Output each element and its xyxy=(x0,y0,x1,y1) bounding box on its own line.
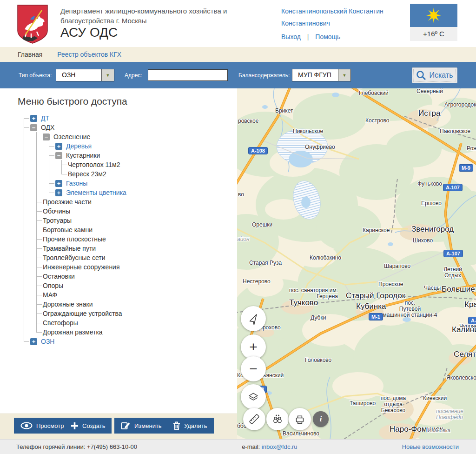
tree-item-label[interactable]: Тротуары xyxy=(43,217,72,224)
tree-item-label[interactable]: Прочие плоскостные xyxy=(43,235,106,243)
map-label: Брикет xyxy=(275,108,293,114)
map[interactable]: БрикетровскоеНикольскоеОнуфриевоГлебовск… xyxy=(237,88,476,439)
map-label: Головково xyxy=(305,357,331,363)
tree-item[interactable]: +Элементы цветника xyxy=(55,188,237,197)
search-button[interactable]: Искать xyxy=(412,67,457,83)
tree-item-label[interactable]: Вереск 23м2 xyxy=(68,170,106,178)
edit-button[interactable]: Изменить xyxy=(114,418,168,434)
layers-button[interactable] xyxy=(241,384,266,409)
info-button[interactable]: i xyxy=(313,411,329,427)
sun-icon xyxy=(423,5,444,26)
tree-item-label[interactable]: Инженерные сооружения xyxy=(43,263,120,271)
holder-select[interactable]: МУП ФГУП ▼ xyxy=(292,69,351,81)
tree-item[interactable]: Дорожные знаки xyxy=(43,300,237,309)
help-link[interactable]: Помощь xyxy=(315,33,340,40)
print-button[interactable] xyxy=(289,408,311,430)
tree-item[interactable]: Обочины xyxy=(43,207,237,216)
expand-toggle-icon[interactable]: + xyxy=(30,338,37,345)
tree-item[interactable]: Светофоры xyxy=(43,318,237,327)
tree-item[interactable]: +ДТ xyxy=(30,114,237,123)
tree-item-label[interactable]: Газоны xyxy=(66,180,87,187)
delete-button[interactable]: Удалить xyxy=(166,418,214,434)
tree-item[interactable]: Проезжие части xyxy=(43,197,237,207)
tree-item[interactable]: Чертополох 11м2 xyxy=(68,160,237,169)
tree-item[interactable]: Вереск 23м2 xyxy=(68,169,237,179)
collapse-toggle-icon[interactable]: − xyxy=(43,134,50,140)
map-label: Шарапово xyxy=(384,263,410,269)
create-button[interactable]: Создать xyxy=(64,418,112,434)
tree-item-label[interactable]: ОДХ xyxy=(41,124,54,131)
tree-item-label[interactable]: ДТ xyxy=(41,114,49,122)
map-label: Никольское xyxy=(293,128,323,134)
tree-item[interactable]: Инженерные сооружения xyxy=(43,262,237,272)
tree-item-label[interactable]: Ограждающие устройства xyxy=(43,310,122,317)
tree-item[interactable]: +ОЗН xyxy=(30,337,237,346)
tree-item-label[interactable]: МАФ xyxy=(43,291,57,299)
user-name-link[interactable]: Константинопольский Константин Константи… xyxy=(281,5,383,29)
map-label: Глебовский xyxy=(359,90,389,96)
tree-item-label[interactable]: Бортовые камни xyxy=(43,226,93,234)
expand-toggle-icon[interactable]: + xyxy=(30,115,37,122)
map-label: Северный xyxy=(416,88,443,94)
ruler-button[interactable] xyxy=(243,408,265,430)
map-label: ровское xyxy=(238,118,258,124)
tree-item-label[interactable]: Светофоры xyxy=(43,319,78,327)
tree-item-label[interactable]: Озеленение xyxy=(53,133,90,140)
tree-item-label[interactable]: Чертополох 11м2 xyxy=(68,161,120,168)
zoom-out-button[interactable]: − xyxy=(241,356,266,381)
tree-item-label[interactable]: Троллейбусные сети xyxy=(43,254,106,261)
new-features-link[interactable]: Новые возможности xyxy=(402,443,459,450)
tree-item-label[interactable]: Кустарники xyxy=(66,152,100,159)
tree-item[interactable]: Троллейбусные сети xyxy=(43,253,237,262)
tree-item[interactable]: Тротуары xyxy=(43,216,237,225)
tree-item[interactable]: Остановки xyxy=(43,272,237,281)
main-nav: Главная Реестр объектов КГХ xyxy=(0,47,476,62)
collapse-toggle-icon[interactable]: − xyxy=(55,152,62,159)
tree-item[interactable]: Ограждающие устройства xyxy=(43,309,237,318)
tree-item-label[interactable]: Остановки xyxy=(43,273,75,280)
tree-item-label[interactable]: Элементы цветника xyxy=(66,189,126,196)
trash-icon xyxy=(173,421,180,430)
object-type-value: ОЗН xyxy=(56,69,101,81)
tree-item[interactable]: +Газоны xyxy=(55,179,237,188)
tree-item[interactable]: +Деревья xyxy=(55,141,237,151)
expand-toggle-icon[interactable]: + xyxy=(55,180,62,187)
nav-home[interactable]: Главная xyxy=(18,51,42,58)
hotline-phone: Телефон горячей линии: +7(495) 663-10-00 xyxy=(16,443,137,450)
tree-item[interactable]: Бортовые камни xyxy=(43,225,237,234)
nav-registry-kgh[interactable]: Реестр объектов КГХ xyxy=(57,51,121,58)
expand-toggle-icon[interactable]: + xyxy=(55,143,62,150)
tree-item-label[interactable]: Опоры xyxy=(43,282,63,289)
collapse-toggle-icon[interactable]: − xyxy=(30,124,37,131)
tree-item-label[interactable]: Проезжие части xyxy=(43,198,92,206)
tree-item[interactable]: МАФ xyxy=(43,290,237,300)
tree-item[interactable]: −Озеленение xyxy=(43,132,237,141)
tree-item-label[interactable]: Деревья xyxy=(66,142,92,150)
tree-item-label[interactable]: Дорожная разметка xyxy=(43,328,103,336)
expand-toggle-icon[interactable]: + xyxy=(55,189,62,196)
object-type-select[interactable]: ОЗН ▼ xyxy=(56,69,114,81)
logout-link[interactable]: Выход xyxy=(281,33,301,40)
tree-item[interactable]: Опоры xyxy=(43,281,237,290)
tree-item[interactable]: Дорожная разметка xyxy=(43,327,237,337)
chevron-down-icon[interactable]: ▼ xyxy=(101,69,114,81)
view-button[interactable]: Просмотр xyxy=(14,418,70,434)
tree-item-label[interactable]: Трамвайные пути xyxy=(43,245,96,252)
locate-button[interactable] xyxy=(241,306,266,331)
zoom-in-button[interactable]: + xyxy=(241,334,266,360)
binoculars-search-button[interactable] xyxy=(266,408,289,430)
address-input[interactable] xyxy=(148,69,228,81)
user-block: Константинопольский Константин Константи… xyxy=(281,5,383,43)
tree-item[interactable]: Трамвайные пути xyxy=(43,244,237,253)
tree-item-label[interactable]: Обочины xyxy=(43,207,70,215)
tree-item-label[interactable]: ОЗН xyxy=(41,338,54,345)
chevron-down-icon[interactable]: ▼ xyxy=(338,69,350,81)
tree-item[interactable]: Прочие плоскостные xyxy=(43,234,237,244)
map-label: пос. дома отдыха Бекасово xyxy=(381,395,406,414)
tree-item-label[interactable]: Дорожные знаки xyxy=(43,300,93,308)
tree-item[interactable]: −Кустарники xyxy=(55,151,237,160)
eye-icon xyxy=(20,422,33,429)
action-bar: Просмотр Создать Изменить xyxy=(0,414,237,439)
email-link[interactable]: inbox@fdc.ru xyxy=(262,443,298,450)
tree-item[interactable]: −ОДХ xyxy=(30,123,237,132)
